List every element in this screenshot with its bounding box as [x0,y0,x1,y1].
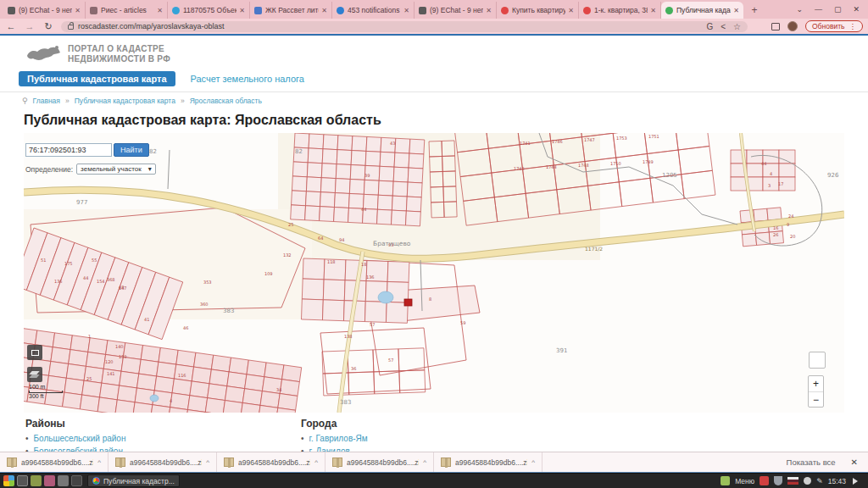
parcel[interactable] [170,393,190,410]
parcel[interactable] [66,363,86,380]
parcel[interactable] [63,392,82,409]
parcel[interactable] [53,333,72,350]
parcel[interactable] [320,207,335,222]
parcel[interactable] [205,398,225,413]
parcel[interactable] [294,133,309,148]
parcel[interactable] [352,136,367,152]
tab-close-icon[interactable]: ✕ [157,7,163,14]
tab-close-icon[interactable]: ✕ [568,7,574,14]
parcel[interactable] [349,179,364,194]
download-menu-chevron-icon[interactable]: ^ [206,458,209,466]
parcel[interactable] [154,376,174,393]
parcel[interactable] [409,139,425,154]
parcel[interactable] [306,177,321,192]
parcel[interactable] [157,362,176,379]
google-lens-icon[interactable]: G [706,22,713,31]
parcel[interactable] [120,371,139,388]
parcel[interactable] [117,385,136,402]
parcel[interactable] [731,177,747,191]
close-window-button[interactable]: ✕ [853,5,860,14]
parcel[interactable] [392,196,407,211]
active-task-chrome[interactable]: Публичная кадастр... [87,474,180,487]
profile-avatar[interactable] [787,21,798,31]
breadcrumb-public-map[interactable]: Публичная кадастровая карта [75,97,175,105]
browser-tab[interactable]: Купить квартиру на✕ [497,2,579,19]
download-menu-chevron-icon[interactable]: ^ [531,458,535,466]
parcel[interactable] [366,136,381,152]
parcel[interactable] [335,179,350,194]
cadastral-number-input[interactable] [25,143,112,157]
parcel[interactable] [334,208,349,223]
parcel[interactable] [80,395,99,412]
parcel[interactable] [225,386,244,403]
keyboard-layout-flag-icon[interactable] [787,477,798,485]
parcel[interactable] [136,374,156,391]
parcel[interactable] [323,135,338,150]
edit-tray-icon[interactable]: ✎ [816,477,823,485]
parcel[interactable] [320,178,336,193]
parcel[interactable] [405,211,420,226]
maximize-button[interactable]: ▢ [834,5,842,14]
show-all-downloads-link[interactable]: Показать все [787,458,836,467]
nav-land-tax-link[interactable]: Расчет земельного налога [191,74,304,84]
zoom-in-button[interactable]: + [809,376,823,392]
parcel[interactable] [139,359,159,376]
download-menu-chevron-icon[interactable]: ^ [97,458,101,466]
menu-tray-icon[interactable] [721,476,730,485]
parcel[interactable] [322,149,337,164]
download-item[interactable]: a99645884b99db6....zip^ [217,452,326,472]
parcel[interactable] [302,279,324,300]
home-extent-button[interactable] [809,352,826,369]
tab-close-icon[interactable]: ✕ [75,7,81,14]
parcel[interactable] [176,350,196,367]
download-item[interactable]: a99645884b99db6....zip^ [108,452,217,472]
show-desktop-icon[interactable] [71,475,82,486]
parcel[interactable] [278,394,298,411]
tab-close-icon[interactable]: ✕ [486,7,492,14]
parcel[interactable] [282,365,302,382]
parcel[interactable] [303,258,325,280]
parcel[interactable] [379,166,394,181]
gimp-icon[interactable] [44,475,55,486]
object-type-select[interactable]: земельный участок ▾ [76,164,156,175]
parcel[interactable] [121,357,141,374]
parcel[interactable] [280,380,299,396]
parcel[interactable] [364,302,387,323]
parcel[interactable] [393,167,409,182]
download-item[interactable]: a99645884b99db6....zip^ [434,452,542,472]
tab-close-icon[interactable]: ✕ [403,7,409,14]
minimize-button[interactable]: — [815,5,822,14]
parcel[interactable] [301,299,323,320]
breadcrumb-home[interactable]: Главная [33,97,60,105]
user-tray-icon[interactable] [804,477,811,485]
district-link[interactable]: Борисоглебский район [34,446,123,452]
download-item[interactable]: a99645884b99db6....zip^ [0,452,108,472]
parcel[interactable] [308,148,323,164]
parcel[interactable] [242,389,262,406]
parcel[interactable] [408,168,423,183]
parcel[interactable] [64,378,84,395]
parcel[interactable] [227,372,247,389]
parcel[interactable] [292,176,307,191]
browser-tab[interactable]: 453 notifications✕ [332,2,415,19]
parcel[interactable] [407,182,422,197]
parcel[interactable] [336,164,351,180]
download-menu-chevron-icon[interactable]: ^ [314,458,318,466]
find-button[interactable]: Найти [114,143,149,157]
notification-tray-icon[interactable] [760,476,769,485]
parcel[interactable] [320,192,336,208]
tab-close-icon[interactable]: ✕ [650,7,656,14]
browser-tab[interactable]: 1-к. квартира, 38,8 м✕ [579,2,661,19]
parcel[interactable] [172,379,192,396]
parcel[interactable] [334,193,349,208]
parcel[interactable] [337,136,353,151]
tab-close-icon[interactable]: ✕ [321,7,327,14]
parcel[interactable] [97,397,117,413]
layers-button[interactable] [27,367,42,382]
district-link[interactable]: Большесельский район [34,434,126,443]
parcel[interactable] [763,177,779,191]
parcel[interactable] [264,363,284,380]
parcel[interactable] [24,328,37,345]
parcel[interactable] [209,369,229,386]
map-canvas[interactable]: 1741174617471753175117431744174817501749… [24,133,844,413]
